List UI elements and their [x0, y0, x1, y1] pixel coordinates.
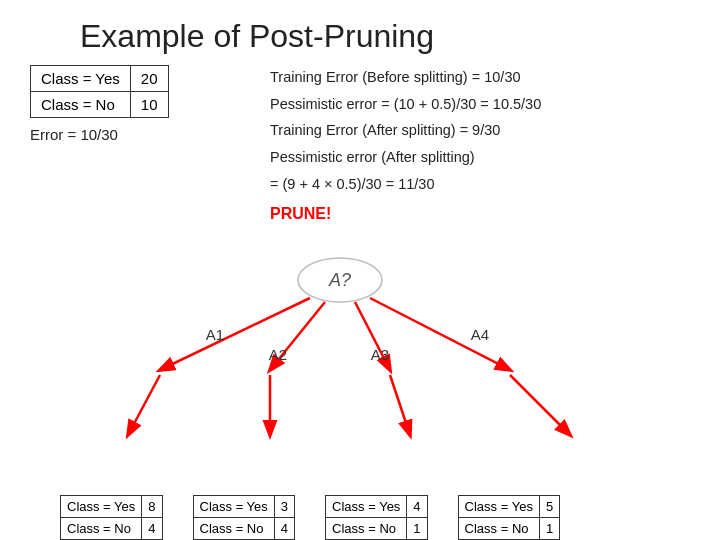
table-row: Class = No 1	[458, 518, 560, 540]
table-row: Class = No 4	[61, 518, 163, 540]
table-row: Class = Yes 8	[61, 496, 163, 518]
leaf-group-3: Class = Yes 4 Class = No 1	[325, 495, 428, 540]
stat-line2: Pessimistic error = (10 + 0.5)/30 = 10.5…	[270, 92, 690, 117]
leaf3-no-value: 1	[407, 518, 427, 540]
leaf-table-1: Class = Yes 8 Class = No 4	[60, 495, 163, 540]
class-yes-value: 20	[130, 66, 168, 92]
svg-text:A4: A4	[471, 326, 489, 343]
leaf-table-3: Class = Yes 4 Class = No 1	[325, 495, 428, 540]
table-row: Class = No 10	[31, 92, 169, 118]
stat-line3: Training Error (After splitting) = 9/30	[270, 118, 690, 143]
class-no-label: Class = No	[31, 92, 131, 118]
leaf4-no-value: 1	[539, 518, 559, 540]
table-row: Class = Yes 4	[326, 496, 428, 518]
class-table: Class = Yes 20 Class = No 10	[30, 65, 169, 118]
table-row: Class = Yes 20	[31, 66, 169, 92]
table-row: Class = No 1	[326, 518, 428, 540]
svg-text:A1: A1	[206, 326, 224, 343]
leaf3-yes-label: Class = Yes	[326, 496, 407, 518]
svg-line-12	[390, 375, 410, 435]
error-text: Error = 10/30	[30, 122, 250, 147]
svg-text:A2: A2	[269, 346, 287, 363]
leaf-group-2: Class = Yes 3 Class = No 4	[193, 495, 296, 540]
svg-line-13	[510, 375, 570, 435]
leaf3-no-label: Class = No	[326, 518, 407, 540]
leaf3-yes-value: 4	[407, 496, 427, 518]
leaf1-yes-label: Class = Yes	[61, 496, 142, 518]
leaf2-no-label: Class = No	[193, 518, 274, 540]
leaf1-no-label: Class = No	[61, 518, 142, 540]
svg-line-2	[160, 298, 310, 370]
leaf2-yes-label: Class = Yes	[193, 496, 274, 518]
class-no-value: 10	[130, 92, 168, 118]
svg-text:A?: A?	[328, 270, 351, 290]
left-panel: Class = Yes 20 Class = No 10 Error = 10/…	[30, 65, 250, 229]
leaf4-yes-label: Class = Yes	[458, 496, 539, 518]
content-area: Class = Yes 20 Class = No 10 Error = 10/…	[0, 65, 720, 229]
leaf4-no-label: Class = No	[458, 518, 539, 540]
prune-label: PRUNE!	[270, 200, 690, 227]
stat-line4: Pessimistic error (After splitting)	[270, 145, 690, 170]
table-row: Class = Yes 3	[193, 496, 295, 518]
table-row: Class = Yes 5	[458, 496, 560, 518]
svg-text:A3: A3	[371, 346, 389, 363]
leaf2-no-value: 4	[274, 518, 294, 540]
stat-line5: = (9 + 4 × 0.5)/30 = 11/30	[270, 172, 690, 197]
leaf-row: Class = Yes 8 Class = No 4 Class = Yes 3…	[60, 495, 700, 540]
stat-line1: Training Error (Before splitting) = 10/3…	[270, 65, 690, 90]
leaf1-yes-value: 8	[142, 496, 162, 518]
tree-diagram: A? A1 A2 A3 A4 Class = Yes	[60, 240, 700, 540]
leaf1-no-value: 4	[142, 518, 162, 540]
leaf4-yes-value: 5	[539, 496, 559, 518]
table-row: Class = No 4	[193, 518, 295, 540]
leaf2-yes-value: 3	[274, 496, 294, 518]
leaf-table-2: Class = Yes 3 Class = No 4	[193, 495, 296, 540]
svg-line-10	[128, 375, 160, 435]
leaf-group-1: Class = Yes 8 Class = No 4	[60, 495, 163, 540]
leaf-group-4: Class = Yes 5 Class = No 1	[458, 495, 561, 540]
class-yes-label: Class = Yes	[31, 66, 131, 92]
page-title: Example of Post-Pruning	[0, 0, 720, 65]
leaf-table-4: Class = Yes 5 Class = No 1	[458, 495, 561, 540]
right-panel: Training Error (Before splitting) = 10/3…	[250, 65, 690, 229]
